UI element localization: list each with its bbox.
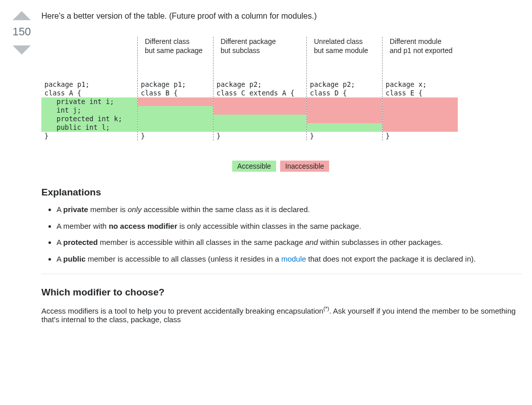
- member-row: [307, 115, 382, 123]
- diagram-column: package p1;class A {private int i;int j;…: [41, 37, 137, 140]
- member-row: public int l;: [41, 123, 137, 132]
- member-row: [307, 97, 382, 106]
- code-class-line: class D {: [307, 89, 382, 97]
- member-row: [214, 106, 306, 115]
- module-link[interactable]: module: [281, 255, 306, 263]
- member-row: [138, 106, 213, 115]
- member-row: [307, 123, 382, 132]
- which-modifier-heading: Which modifier to choose?: [41, 287, 522, 298]
- downvote-button[interactable]: [13, 45, 31, 55]
- member-row: [383, 115, 458, 123]
- list-item: A member with no access modifier is only…: [57, 221, 522, 232]
- member-row: [138, 123, 213, 132]
- which-modifier-paragraph: Access modifiers is a tool to help you t…: [41, 306, 522, 324]
- column-header: Different moduleand p1 not exported: [383, 37, 458, 65]
- code-package-line: package p2;: [214, 80, 306, 89]
- code-close-brace: }: [307, 132, 382, 140]
- code-close-brace: }: [383, 132, 458, 140]
- member-row: int j;: [41, 106, 137, 115]
- code-class-line: class C extends A {: [214, 89, 306, 97]
- upvote-button[interactable]: [13, 11, 31, 20]
- code-close-brace: }: [214, 132, 306, 140]
- answer-body: Here's a better version of the table. (F…: [41, 10, 522, 331]
- code-class-line: class A {: [41, 89, 137, 97]
- member-row: [214, 123, 306, 132]
- diagram-column: Different moduleand p1 not exportedpacka…: [382, 37, 458, 140]
- column-header: Unrelated classbut same module: [307, 37, 382, 65]
- explanations-heading: Explanations: [41, 187, 522, 198]
- explanations-list: A private member is only accessible with…: [41, 204, 522, 265]
- member-row: protected int k;: [41, 115, 137, 123]
- member-row: [383, 123, 458, 132]
- code-close-brace: }: [138, 132, 213, 140]
- diagram-column: Different classbut same packagepackage p…: [137, 37, 213, 140]
- legend-accessible: Accessible: [232, 161, 276, 172]
- list-item: A private member is only accessible with…: [57, 204, 522, 216]
- divider: [41, 274, 522, 274]
- diagram-legend: Accessible Inaccessible: [41, 161, 522, 172]
- code-class-line: class B {: [138, 89, 213, 97]
- member-row: [214, 97, 306, 106]
- member-row: [138, 115, 213, 123]
- code-package-line: package p1;: [138, 80, 213, 89]
- member-row: [307, 106, 382, 115]
- code-package-line: package p2;: [307, 80, 382, 89]
- member-row: [138, 97, 213, 106]
- member-row: [383, 97, 458, 106]
- code-package-line: package x;: [383, 80, 458, 89]
- code-package-line: package p1;: [41, 80, 137, 89]
- column-header: [41, 37, 137, 65]
- code-class-line: class E {: [383, 89, 458, 97]
- legend-inaccessible: Inaccessible: [280, 161, 329, 172]
- access-modifier-diagram: package p1;class A {private int i;int j;…: [41, 37, 522, 172]
- list-item: A protected member is accessible within …: [57, 237, 522, 248]
- column-header: Different packagebut subclass: [214, 37, 306, 65]
- vote-column: 150: [10, 10, 33, 56]
- code-close-brace: }: [41, 132, 137, 140]
- member-row: [383, 106, 458, 115]
- lead-paragraph: Here's a better version of the table. (F…: [41, 10, 522, 22]
- diagram-column: Different packagebut subclasspackage p2;…: [213, 37, 306, 140]
- list-item: A public member is accessible to all cla…: [57, 254, 522, 265]
- member-row: [214, 115, 306, 123]
- member-row: private int i;: [41, 97, 137, 106]
- diagram-column: Unrelated classbut same modulepackage p2…: [306, 37, 382, 140]
- column-header: Different classbut same package: [138, 37, 213, 65]
- vote-score: 150: [10, 25, 33, 38]
